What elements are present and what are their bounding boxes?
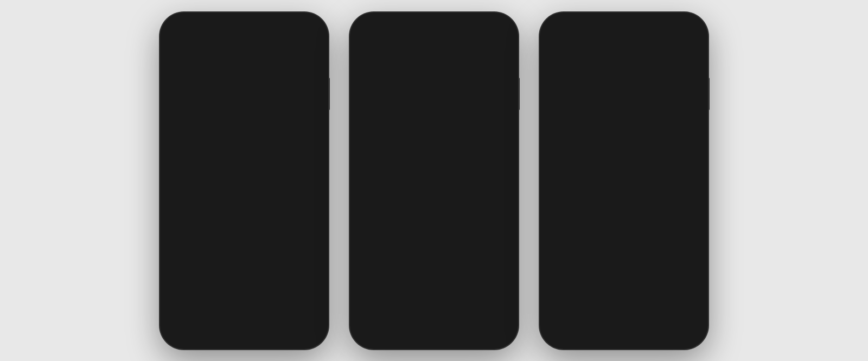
phone-screen-1: ☰ 🔔 LM Moderation ··· All Pending Approv… <box>167 19 322 343</box>
billing-desc: Manage your billing information and view… <box>388 93 504 110</box>
moderation-title: Moderation settings <box>388 167 504 175</box>
avatar-2: LM <box>490 31 504 46</box>
phone-3: ☰ 🔔 LM ← Google Shopping settings Produc… <box>540 12 708 349</box>
upload-arrow-icon: ↑ <box>234 233 254 253</box>
modal-footer: Cancel <box>175 304 313 320</box>
screen-content-1: Moderation ··· All Pending Approved ··· … <box>167 47 322 343</box>
advanced-title: ADVANCED CONFIGURATION (RECOMMENDED) <box>554 282 694 288</box>
info-box: ℹ Google requires you to have at least 5… <box>554 122 694 189</box>
settings-item-solicitation[interactable]: ▶ Solicitation settings Determine when m… <box>356 286 512 337</box>
top-bar-right-2: 🔔 LM <box>474 31 504 46</box>
toggle-desc: By enabling this, Junip will automatical… <box>567 226 694 264</box>
info-text: Google requires you to have at least 50 … <box>567 129 685 166</box>
menu-icon-2[interactable]: ☰ <box>364 33 372 43</box>
referral-text: Referral settings Configure and view you… <box>388 252 504 278</box>
billing-icon: $ <box>364 84 381 102</box>
back-button[interactable]: ← <box>554 54 569 69</box>
select-arrow-icon: ⇅ <box>302 168 307 175</box>
top-bar-3: ☰ 🔔 LM <box>546 19 701 47</box>
google-text: Google Shopping settings View and config… <box>388 125 504 151</box>
modal-sheet: Import reviews ✕ Provider --Select a pro… <box>167 125 322 343</box>
close-button[interactable]: ✕ <box>306 134 313 144</box>
drop-text: or drop file to upload <box>217 276 271 282</box>
moderation-text: Moderation settings Configure how review… <box>388 167 504 194</box>
gss-page: ← Google Shopping settings Product revie… <box>546 47 701 343</box>
phone-screen-3: ☰ 🔔 LM ← Google Shopping settings Produc… <box>546 19 701 343</box>
google-title: Google Shopping settings <box>388 125 504 133</box>
modal-header: Import reviews ✕ <box>175 134 313 144</box>
provider-select[interactable]: --Select a provider-- ⇅ <box>175 163 313 180</box>
chat-fab-1[interactable]: 💬 <box>295 311 314 331</box>
bell-icon-3[interactable]: 🔔 <box>663 33 674 43</box>
provider-label: Provider <box>175 152 313 160</box>
settings-item-moderation[interactable]: ⚑ Moderation settings Configure how revi… <box>356 160 512 202</box>
settings-item-referral[interactable]: 💬 Referral settings Configure and view y… <box>356 244 512 287</box>
learn-more-button[interactable]: Learn more <box>567 170 614 183</box>
solicitation-title: Solicitation settings <box>388 294 504 302</box>
top-bar-2: ☰ 🔔 LM <box>356 19 512 47</box>
provider-placeholder: --Select a provider-- <box>181 168 239 175</box>
advanced-desc: Help Junip more successfully match revie… <box>554 291 694 316</box>
helper-text: Select your review provider. Don't see y… <box>175 185 313 201</box>
referral-icon: 💬 <box>364 253 381 270</box>
moderation-icon: ⚑ <box>364 168 381 186</box>
gss-section-title: Product reviews <box>554 89 694 98</box>
bell-dot-2 <box>482 32 486 35</box>
info-icon: ℹ <box>560 128 563 136</box>
gss-title: Google Shopping settings <box>575 56 690 67</box>
solicitation-icon: ▶ <box>364 295 381 312</box>
gss-header: ← Google Shopping settings <box>546 47 701 76</box>
bell-dot-3 <box>672 32 675 35</box>
referral-desc: Configure and view your Junip referral U… <box>388 262 504 278</box>
add-file-button[interactable]: Add file <box>223 257 265 271</box>
upload-label: Upload CSV file <box>175 207 313 215</box>
billing-text: Billing settings Manage your billing inf… <box>388 83 504 110</box>
billing-title: Billing settings <box>388 83 504 91</box>
google-desc: View and configure your Google Shopping … <box>388 135 504 151</box>
google-icon: G <box>364 126 381 143</box>
gss-section: Product reviews Configure your product r… <box>546 81 701 202</box>
notification-icon: 🔔 <box>364 211 381 228</box>
chat-fab-3[interactable]: 💬 <box>674 311 694 331</box>
moderation-desc: Configure how reviews are handled once t… <box>388 177 504 194</box>
chat-fab-2[interactable]: 💬 <box>484 311 504 331</box>
modal-overlay: Import reviews ✕ Provider --Select a pro… <box>167 47 322 343</box>
modal-title: Import reviews <box>175 135 233 144</box>
menu-icon-3[interactable]: ☰ <box>554 33 561 43</box>
info-box-content: Google requires you to have at least 50 … <box>567 127 687 183</box>
top-bar-right-3: 🔔 LM <box>663 31 694 46</box>
phone-screen-2: ☰ 🔔 LM Settings $ Billing settings Manag… <box>356 19 512 343</box>
avatar-3: LM <box>680 31 694 46</box>
toggle-title: Push product reviews to Google Shopping <box>567 209 694 224</box>
upload-zone[interactable]: ↑ Add file or drop file to upload <box>175 219 313 296</box>
bell-icon-2[interactable]: 🔔 <box>474 33 484 43</box>
settings-item-notification[interactable]: 🔔 Notification settings Configure the em… <box>356 202 512 244</box>
notification-title: Notification settings <box>388 210 504 218</box>
notification-text: Notification settings Configure the emai… <box>388 210 504 236</box>
phone-1: ☰ 🔔 LM Moderation ··· All Pending Approv… <box>160 12 328 349</box>
toggle-row: ✓ Push product reviews to Google Shoppin… <box>546 202 701 270</box>
notification-desc: Configure the emails you receive about J… <box>388 219 504 236</box>
settings-header: Settings <box>356 47 512 75</box>
referral-title: Referral settings <box>388 252 504 260</box>
settings-item-google[interactable]: G Google Shopping settings View and conf… <box>356 117 512 160</box>
gss-section-desc: Configure your product review feed for G… <box>554 100 694 117</box>
push-reviews-checkbox[interactable]: ✓ <box>554 210 563 218</box>
contact-support-link[interactable]: Contact support <box>194 193 237 200</box>
settings-page: Settings $ Billing settings Manage your … <box>356 47 512 343</box>
phone-2: ☰ 🔔 LM Settings $ Billing settings Manag… <box>350 12 518 349</box>
settings-item-billing[interactable]: $ Billing settings Manage your billing i… <box>356 75 512 118</box>
toggle-text: Push product reviews to Google Shopping … <box>567 209 694 264</box>
